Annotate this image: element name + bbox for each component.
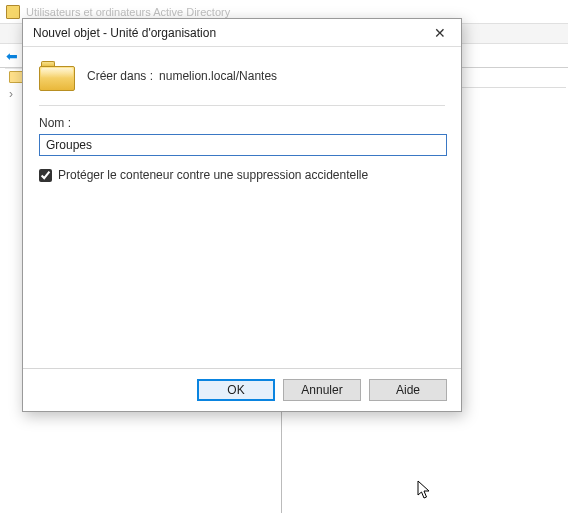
folder-icon xyxy=(6,5,20,19)
folder-icon xyxy=(9,71,23,83)
create-in-label: Créer dans : xyxy=(87,69,153,83)
back-arrow-icon[interactable]: ⬅ xyxy=(6,48,18,64)
close-button[interactable]: ✕ xyxy=(421,20,459,46)
create-in-row: Créer dans : numelion.local/Nantes xyxy=(39,55,445,103)
name-input[interactable] xyxy=(39,134,447,156)
protect-row: Protéger le conteneur contre une suppres… xyxy=(39,168,445,182)
name-label: Nom : xyxy=(39,116,445,130)
dialog-title: Nouvel objet - Unité d'organisation xyxy=(33,26,216,40)
ou-folder-icon xyxy=(39,61,75,91)
separator xyxy=(39,105,445,106)
dialog-titlebar: Nouvel objet - Unité d'organisation ✕ xyxy=(23,19,461,47)
dialog-footer: OK Annuler Aide xyxy=(23,368,461,411)
create-in-path: numelion.local/Nantes xyxy=(159,69,277,83)
new-ou-dialog: Nouvel objet - Unité d'organisation ✕ Cr… xyxy=(22,18,462,412)
protect-checkbox[interactable] xyxy=(39,169,52,182)
dialog-body: Créer dans : numelion.local/Nantes Nom :… xyxy=(23,47,461,368)
help-button[interactable]: Aide xyxy=(369,379,447,401)
caret-icon: › xyxy=(9,87,17,101)
cancel-button[interactable]: Annuler xyxy=(283,379,361,401)
ok-button[interactable]: OK xyxy=(197,379,275,401)
close-icon: ✕ xyxy=(434,25,446,41)
parent-window-title: Utilisateurs et ordinateurs Active Direc… xyxy=(26,6,230,18)
protect-label: Protéger le conteneur contre une suppres… xyxy=(58,168,368,182)
